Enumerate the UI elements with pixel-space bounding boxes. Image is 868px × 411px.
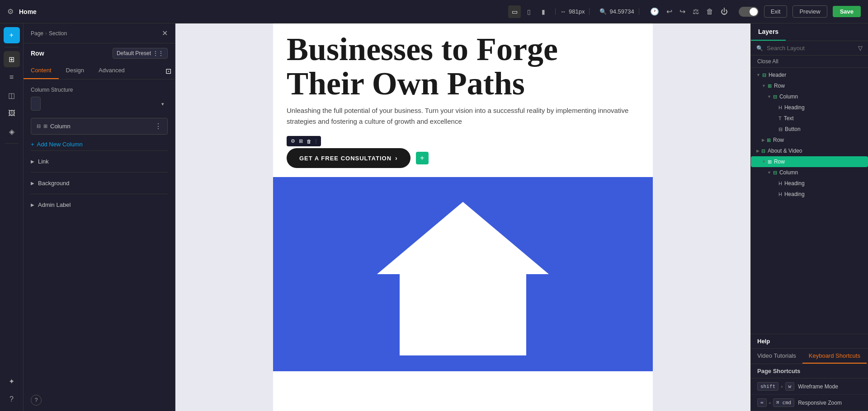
background-section: ▶ Background [31, 172, 168, 194]
panel-tabs: Content Design Advanced ⊡ [24, 63, 175, 79]
column-select-wrapper [31, 97, 168, 111]
tab-layers[interactable]: Layers [751, 23, 786, 41]
save-button[interactable]: Save [833, 6, 861, 17]
layer-about-video[interactable]: ▶ ⊟ About & Video [751, 145, 868, 156]
help-section: Help Video Tutorials Keyboard Shortcuts … [751, 334, 868, 411]
dark-mode-toggle[interactable] [739, 7, 759, 17]
pages-icon[interactable]: ⊞ [4, 51, 20, 67]
add-element-icon[interactable]: + [4, 27, 20, 43]
column-structure-label: Column Structure [31, 87, 168, 93]
breadcrumb: Page › Section [31, 30, 158, 37]
fullscreen-icon[interactable]: ⊡ [162, 63, 175, 79]
gear-icon[interactable]: ⚙ [7, 7, 14, 16]
undo-icon[interactable]: ↩ [665, 5, 674, 18]
zoom-value: 94.59734 [609, 8, 634, 15]
layers-search-bar: 🔍 ▽ [751, 41, 868, 56]
redo-icon[interactable]: ↪ [678, 5, 687, 18]
key-shift: shift [757, 382, 778, 391]
layer-heading-1[interactable]: ▼ H Heading [751, 102, 868, 113]
shortcut-wireframe-label: Wireframe Mode [798, 383, 838, 390]
link-section-header[interactable]: ▶ Link [31, 156, 168, 167]
layer-text-1[interactable]: ▼ T Text [751, 113, 868, 124]
help-question-icon[interactable]: ? [31, 395, 42, 406]
add-column-button[interactable]: + Add New Column [31, 138, 168, 150]
add-column-plus-icon: + [31, 141, 34, 148]
admin-label-section-label: Admin Label [38, 201, 71, 208]
trash-icon[interactable]: 🗑 [704, 6, 715, 18]
transform-icon[interactable]: ✦ [4, 373, 20, 389]
canvas-width: ↔ 981px [555, 8, 590, 15]
tab-video-tutorials[interactable]: Video Tutorials [751, 349, 802, 364]
help-icon[interactable]: ? [4, 391, 20, 407]
search-input[interactable] [767, 45, 854, 51]
column-block: ⊟ ⊞ Column ⋮ [31, 118, 168, 135]
link-section-label: Link [38, 158, 49, 165]
column-select[interactable] [31, 97, 41, 111]
settings-icon[interactable]: ⚖ [691, 5, 701, 18]
toolbar-copy-icon[interactable]: ⊞ [297, 137, 304, 145]
tab-design[interactable]: Design [59, 63, 91, 79]
preset-selector[interactable]: Default Preset ⋮⋮ [113, 48, 168, 59]
column-block-icon2: ⊞ [43, 123, 47, 129]
cta-label: GET A FREE CONSULTATION [299, 155, 392, 162]
topbar-actions: 🕐 ↩ ↪ ⚖ 🗑 ⏻ [645, 5, 733, 18]
shortcut-keys-zoom: = + ⌘ cmd [757, 398, 794, 407]
canvas-subtext: Unleashing the full potential of your bu… [273, 105, 653, 136]
width-value: 981px [569, 8, 585, 15]
preview-button[interactable]: Preview [793, 5, 827, 18]
toolbar-settings-icon[interactable]: ⚙ [289, 137, 297, 145]
power-icon[interactable]: ⏻ [719, 6, 730, 18]
media-icon[interactable]: 🖼 [4, 105, 20, 121]
device-switcher: ▭ ▯ ▮ [508, 5, 550, 18]
tablet-icon[interactable]: ▯ [523, 5, 535, 18]
shortcut-zoom-label: Responsive Zoom [798, 400, 842, 406]
panel-close-button[interactable]: ✕ [162, 29, 168, 37]
column-block-menu[interactable]: ⋮ [155, 122, 162, 131]
layer-column-2[interactable]: ▼ ⊟ Column [751, 167, 868, 178]
key-cmd: ⌘ cmd [773, 398, 794, 407]
layers-icon[interactable]: ≡ [4, 69, 20, 85]
close-all-button[interactable]: Close All [751, 56, 868, 68]
exit-button[interactable]: Exit [764, 5, 788, 18]
width-icon: ↔ [560, 8, 566, 15]
layer-header[interactable]: ▼ ⊟ Header [751, 70, 868, 80]
cta-button[interactable]: GET A FREE CONSULTATION › [287, 148, 410, 168]
canvas-inner: Businesses to Forge Their Own Paths Unle… [273, 23, 653, 411]
layer-row-1[interactable]: ▼ ⊞ Row [751, 80, 868, 91]
app-title: Home [19, 8, 37, 15]
toolbar-trash-icon[interactable]: 🗑 [305, 138, 313, 145]
toolbar-more-icon[interactable]: ⋮ [314, 139, 318, 144]
components-icon[interactable]: ◫ [4, 87, 20, 103]
layer-heading-3[interactable]: ▼ H Heading [751, 189, 868, 200]
woo-icon[interactable]: ◈ [4, 123, 20, 140]
layers-tree: ▼ ⊟ Header ▼ ⊞ Row ▼ ⊟ Column ▼ H Headin… [751, 68, 868, 334]
column-block-label: Column [50, 123, 71, 130]
admin-label-chevron-icon: ▶ [31, 202, 34, 207]
mobile-icon[interactable]: ▮ [537, 5, 550, 18]
filter-icon[interactable]: ▽ [858, 45, 863, 51]
breadcrumb-section: Section [49, 30, 67, 37]
column-structure-row [31, 97, 168, 111]
layer-button-1[interactable]: ▼ ⊟ Button [751, 124, 868, 135]
link-section: ▶ Link [31, 150, 168, 172]
canvas-add-button[interactable]: + [416, 152, 429, 164]
column-block-left: ⊟ ⊞ Column [37, 123, 71, 130]
layer-row-2[interactable]: ▶ ⊞ Row [751, 135, 868, 145]
house-body [400, 256, 526, 355]
cta-arrow-icon: › [395, 154, 398, 162]
background-chevron-icon: ▶ [31, 181, 34, 186]
house-illustration [377, 193, 549, 355]
layer-row-selected[interactable]: ▼ ⊞ Row [751, 156, 868, 167]
tab-content[interactable]: Content [24, 63, 59, 79]
background-section-header[interactable]: ▶ Background [31, 178, 168, 188]
layer-column-1[interactable]: ▼ ⊟ Column [751, 91, 868, 102]
preset-chevron-icon: ⋮⋮ [153, 50, 164, 56]
panel-help: ? [24, 389, 175, 411]
layer-heading-2[interactable]: ▼ H Heading [751, 178, 868, 189]
admin-label-section-header[interactable]: ▶ Admin Label [31, 200, 168, 210]
tab-advanced[interactable]: Advanced [91, 63, 132, 79]
tab-keyboard-shortcuts[interactable]: Keyboard Shortcuts [802, 349, 867, 364]
canvas-blue-section [273, 177, 653, 371]
history-icon[interactable]: 🕐 [648, 5, 661, 18]
desktop-icon[interactable]: ▭ [508, 5, 521, 18]
